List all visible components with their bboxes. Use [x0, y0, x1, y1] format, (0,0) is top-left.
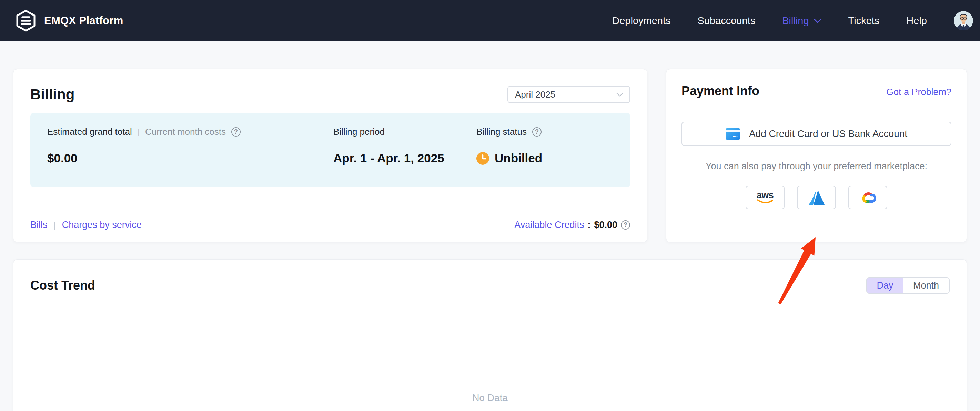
emqx-logo-icon: [16, 10, 36, 32]
toggle-month[interactable]: Month: [903, 278, 949, 293]
link-separator: |: [54, 220, 56, 230]
emqx-billing-page: EMQX Platform Deployments Subaccounts Bi…: [0, 0, 980, 411]
billing-status-value: Unbilled: [495, 151, 542, 165]
billing-status-column: Billing status ? Unbilled: [476, 127, 542, 165]
billing-month-select[interactable]: April 2025: [508, 86, 630, 103]
got-a-problem-link[interactable]: Got a Problem?: [886, 87, 951, 97]
brand[interactable]: EMQX Platform: [16, 10, 123, 32]
no-data-text: No Data: [13, 392, 967, 403]
nav-subaccounts-label: Subaccounts: [698, 15, 756, 27]
grand-total-column: Estimated grand total | Current month co…: [47, 127, 240, 165]
label-separator: |: [138, 127, 140, 137]
nav-subaccounts[interactable]: Subaccounts: [698, 15, 756, 27]
nav-tickets[interactable]: Tickets: [848, 15, 880, 27]
top-navbar: EMQX Platform Deployments Subaccounts Bi…: [0, 0, 980, 41]
clock-icon: [476, 152, 489, 165]
granularity-toggle: Day Month: [866, 277, 950, 294]
nav-help[interactable]: Help: [906, 15, 927, 27]
payment-info-card: Payment Info Got a Problem? Add Credit C…: [666, 69, 967, 242]
nav-tickets-label: Tickets: [848, 15, 880, 27]
user-avatar-icon: [954, 11, 973, 30]
charges-by-service-link[interactable]: Charges by service: [62, 220, 142, 230]
nav-billing[interactable]: Billing: [782, 15, 821, 27]
google-cloud-logo-icon: [860, 191, 876, 204]
billing-summary-box: Estimated grand total | Current month co…: [30, 113, 630, 187]
billing-title: Billing: [30, 86, 75, 103]
marketplace-hint: You can also pay through your preferred …: [681, 161, 951, 172]
billing-period-column: Billing period Apr. 1 - Apr. 1, 2025: [333, 127, 444, 165]
grand-total-label: Estimated grand total: [47, 127, 132, 137]
question-circle-icon[interactable]: ?: [532, 127, 541, 137]
credit-card-icon: [725, 128, 740, 140]
brand-name: EMQX Platform: [44, 14, 123, 27]
nav-deployments-label: Deployments: [612, 15, 670, 27]
billing-month-select-value: April 2025: [515, 89, 555, 100]
credits-colon: :: [587, 220, 590, 230]
aws-marketplace-button[interactable]: aws: [746, 185, 784, 209]
grand-total-value: $0.00: [47, 151, 240, 165]
current-month-costs-label: Current month costs: [145, 127, 226, 137]
available-credits-link[interactable]: Available Credits: [514, 220, 584, 230]
marketplace-buttons: aws: [681, 185, 951, 209]
cost-trend-title: Cost Trend: [30, 278, 95, 293]
billing-status-label: Billing status: [476, 127, 527, 137]
azure-marketplace-button[interactable]: [797, 185, 836, 209]
aws-smile-icon: [756, 199, 774, 204]
add-credit-card-button[interactable]: Add Credit Card or US Bank Account: [681, 122, 951, 146]
nav-billing-label: Billing: [782, 15, 809, 27]
credits-value: $0.00: [594, 220, 617, 230]
aws-logo-icon: aws: [757, 191, 774, 199]
payment-info-title: Payment Info: [681, 84, 759, 98]
question-circle-icon[interactable]: ?: [621, 220, 630, 229]
billing-card: Billing April 2025 Estimated grand total…: [13, 69, 648, 242]
nav-help-label: Help: [906, 15, 927, 27]
cost-trend-card: Cost Trend Day Month No Data: [13, 259, 967, 411]
nav-deployments[interactable]: Deployments: [612, 15, 670, 27]
main-nav: Deployments Subaccounts Billing Tickets …: [612, 11, 973, 30]
bills-link[interactable]: Bills: [30, 220, 48, 230]
chevron-down-icon: [814, 19, 821, 23]
billing-period-value: Apr. 1 - Apr. 1, 2025: [333, 151, 444, 165]
add-credit-card-label: Add Credit Card or US Bank Account: [749, 128, 907, 139]
billing-period-label: Billing period: [333, 127, 385, 137]
chevron-down-icon: [616, 93, 623, 97]
google-cloud-marketplace-button[interactable]: [848, 185, 887, 209]
toggle-day[interactable]: Day: [867, 278, 903, 293]
question-circle-icon[interactable]: ?: [231, 127, 240, 137]
user-avatar[interactable]: [954, 11, 973, 30]
azure-logo-icon: [809, 190, 824, 205]
